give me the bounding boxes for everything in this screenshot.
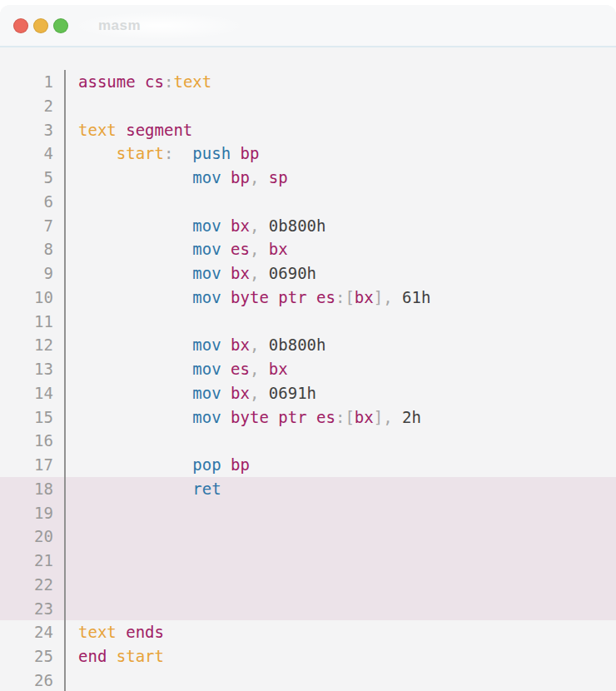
token-op: mov [192, 216, 221, 235]
token-pun: , [250, 264, 259, 282]
code-line[interactable]: 2 [0, 94, 616, 118]
line-number[interactable]: 20 [0, 524, 66, 549]
maximize-button[interactable] [53, 18, 68, 33]
code-line[interactable]: 8 mov es, bx [0, 237, 616, 261]
code-line[interactable]: 13 mov es, bx [0, 357, 616, 381]
code-line[interactable]: 10 mov byte ptr es:[bx], 61h [0, 286, 616, 310]
code-line[interactable]: 22 [0, 573, 616, 597]
token-kw: ends [126, 623, 164, 641]
token-pln [78, 288, 192, 306]
token-kw: es [316, 288, 335, 306]
code-text: mov bx, 0691h [66, 381, 316, 405]
minimize-button[interactable] [33, 18, 48, 33]
titlebar[interactable]: masm [0, 5, 616, 47]
line-number[interactable]: 14 [0, 381, 66, 405]
code-line[interactable]: 18 ret [0, 477, 616, 501]
line-number[interactable]: 1 [0, 70, 66, 94]
token-pln [231, 144, 240, 162]
code-line[interactable]: 1assume cs:text [0, 70, 616, 94]
code-line[interactable]: 7 mov bx, 0b800h [0, 214, 616, 238]
line-number[interactable]: 9 [0, 261, 66, 286]
code-line[interactable]: 25end start [0, 644, 616, 669]
code-line[interactable]: 5 mov bp, sp [0, 166, 616, 190]
line-number[interactable]: 12 [0, 333, 66, 357]
code-line[interactable]: 21 [0, 549, 616, 573]
line-number[interactable]: 24 [0, 620, 66, 644]
code-line[interactable]: 19 [0, 501, 616, 525]
token-pln [259, 264, 268, 282]
code-text: mov bx, 0b800h [66, 214, 326, 238]
token-pun: , [250, 360, 259, 378]
close-button[interactable] [13, 18, 28, 33]
line-number[interactable]: 13 [0, 357, 66, 381]
code-line[interactable]: 14 mov bx, 0691h [0, 381, 616, 405]
token-lbl: start [117, 647, 164, 665]
line-number[interactable]: 17 [0, 453, 66, 477]
token-pln [107, 647, 116, 665]
line-number[interactable]: 22 [0, 573, 66, 597]
token-pln [221, 168, 231, 186]
line-number[interactable]: 18 [0, 477, 66, 501]
code-line[interactable]: 4 start: push bp [0, 142, 616, 166]
line-number[interactable]: 11 [0, 310, 66, 334]
line-number[interactable]: 4 [0, 142, 66, 166]
token-pln [259, 360, 268, 378]
token-pun: , [250, 240, 259, 258]
code-line[interactable]: 26 [0, 669, 616, 691]
token-lbl: start [117, 144, 164, 162]
code-line[interactable]: 24text ends [0, 620, 616, 644]
window-title: masm [98, 17, 141, 34]
line-number[interactable]: 26 [0, 669, 66, 691]
code-text [66, 190, 78, 214]
line-number[interactable]: 21 [0, 549, 66, 573]
line-number[interactable]: 16 [0, 429, 66, 453]
token-op: mov [192, 360, 221, 378]
token-pln [269, 408, 278, 426]
line-number[interactable]: 23 [0, 597, 66, 621]
code-line[interactable]: 6 [0, 190, 616, 214]
line-number[interactable]: 10 [0, 286, 66, 310]
code-line[interactable]: 12 mov bx, 0b800h [0, 333, 616, 357]
code-text: mov bx, 0b800h [66, 333, 326, 357]
line-number[interactable]: 6 [0, 190, 66, 214]
token-pun: : [335, 288, 345, 306]
code-editor[interactable]: 1assume cs:text23text segment4 start: pu… [0, 47, 616, 691]
code-line[interactable]: 23 [0, 597, 616, 621]
token-num: 0b800h [269, 216, 326, 235]
token-num: 61h [402, 288, 430, 306]
line-number[interactable]: 5 [0, 166, 66, 190]
line-number[interactable]: 8 [0, 237, 66, 261]
code-line[interactable]: 20 [0, 524, 616, 549]
line-number[interactable]: 2 [0, 94, 66, 118]
token-pln [221, 264, 231, 282]
token-pln [78, 264, 192, 282]
token-op: pop [192, 455, 221, 474]
code-line[interactable]: 17 pop bp [0, 453, 616, 477]
code-line[interactable]: 15 mov byte ptr es:[bx], 2h [0, 405, 616, 430]
code-text: end start [66, 644, 164, 669]
token-op: mov [192, 336, 221, 354]
code-text: mov bx, 0690h [66, 261, 316, 286]
token-op: mov [192, 168, 221, 186]
token-kw: byte [231, 408, 269, 426]
token-kw: bx [231, 264, 250, 282]
token-kw: bx [231, 216, 250, 235]
code-line[interactable]: 11 [0, 310, 616, 334]
token-kw: ptr [278, 408, 306, 426]
token-op: mov [192, 384, 221, 402]
code-text [66, 669, 78, 691]
code-line[interactable]: 3text segment [0, 118, 616, 142]
line-number[interactable]: 3 [0, 118, 66, 142]
token-pln [269, 288, 278, 306]
code-line[interactable]: 16 [0, 429, 616, 453]
line-number[interactable]: 15 [0, 405, 66, 430]
token-kw: bx [231, 384, 250, 402]
line-number[interactable]: 19 [0, 501, 66, 525]
token-op: mov [192, 408, 221, 426]
code-line[interactable]: 9 mov bx, 0690h [0, 261, 616, 286]
line-number[interactable]: 7 [0, 214, 66, 238]
line-number[interactable]: 25 [0, 644, 66, 669]
code-lines: 1assume cs:text23text segment4 start: pu… [0, 70, 616, 691]
token-pln [221, 384, 231, 402]
token-pln [221, 408, 231, 426]
